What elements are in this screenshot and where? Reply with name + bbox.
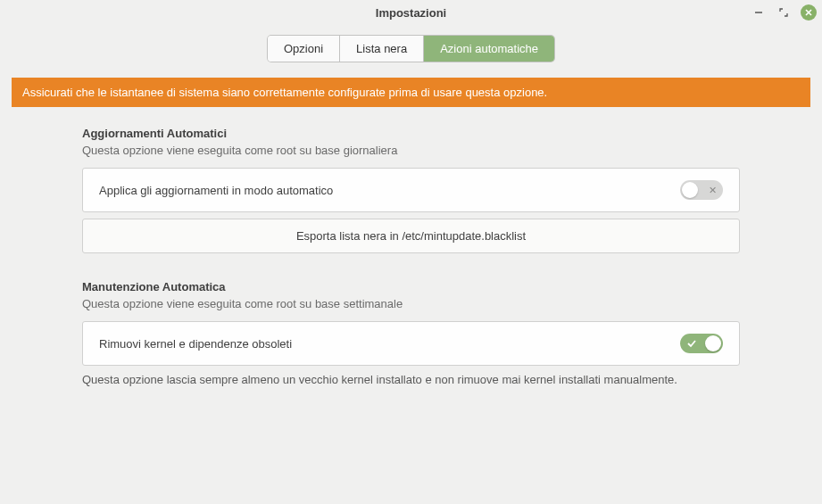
- window-controls: [751, 0, 817, 25]
- minimize-button[interactable]: [751, 4, 767, 21]
- tab-auto-actions[interactable]: Azioni automatiche: [424, 36, 554, 62]
- window-title: Impostazioni: [376, 6, 446, 20]
- auto-updates-row: Applica gli aggiornamenti in modo automa…: [82, 168, 740, 212]
- maximize-button[interactable]: [776, 4, 792, 21]
- maintenance-row: Rimuovi kernel e dipendenze obsoleti: [82, 321, 740, 366]
- tab-options[interactable]: Opzioni: [268, 36, 340, 62]
- auto-updates-label: Applica gli aggiornamenti in modo automa…: [99, 184, 333, 197]
- check-icon: [687, 339, 696, 348]
- toggle-knob: [705, 335, 721, 351]
- maintenance-sub: Questa opzione viene eseguita come root …: [82, 297, 740, 310]
- auto-updates-toggle[interactable]: ✕: [680, 180, 723, 200]
- maintenance-toggle[interactable]: [680, 334, 723, 353]
- auto-updates-section: Aggiornamenti Automatici Questa opzione …: [82, 127, 740, 253]
- maintenance-heading: Manutenzione Automatica: [82, 280, 740, 293]
- warning-banner: Assicurati che le istantanee di sistema …: [12, 78, 810, 107]
- export-blacklist-button[interactable]: Esporta lista nera in /etc/mintupdate.bl…: [82, 219, 740, 253]
- maintenance-label: Rimuovi kernel e dipendenze obsoleti: [99, 337, 292, 351]
- maintenance-footnote: Questa opzione lascia sempre almeno un v…: [82, 373, 740, 386]
- toggle-knob: [682, 182, 698, 198]
- tab-bar: Opzioni Lista nera Azioni automatiche: [0, 25, 822, 78]
- maintenance-section: Manutenzione Automatica Questa opzione v…: [82, 280, 740, 386]
- auto-updates-sub: Questa opzione viene eseguita come root …: [82, 144, 740, 157]
- tabs: Opzioni Lista nera Azioni automatiche: [268, 36, 554, 62]
- x-icon: ✕: [709, 186, 717, 195]
- auto-updates-heading: Aggiornamenti Automatici: [82, 127, 740, 140]
- content-area: Aggiornamenti Automatici Questa opzione …: [0, 127, 822, 386]
- titlebar: Impostazioni: [0, 0, 822, 25]
- close-button[interactable]: [801, 4, 817, 21]
- tab-blacklist[interactable]: Lista nera: [340, 36, 424, 62]
